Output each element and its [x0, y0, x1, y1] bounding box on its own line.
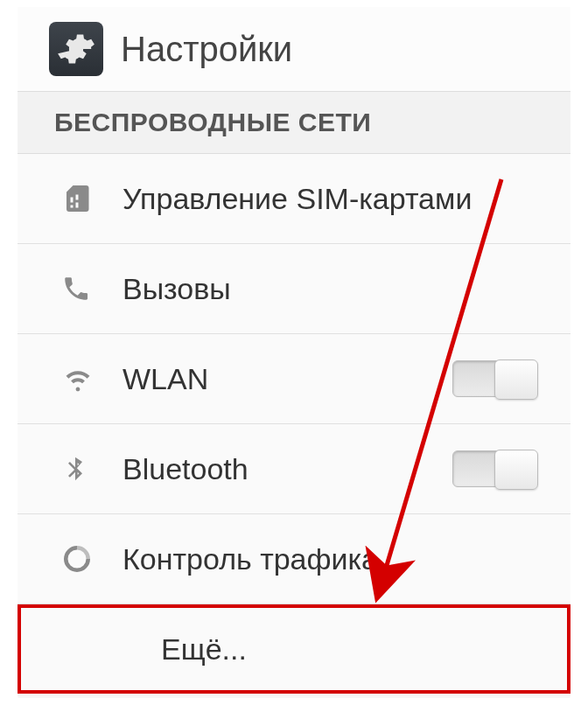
wifi-icon	[61, 362, 122, 395]
row-label: WLAN	[122, 362, 452, 396]
data-usage-icon	[61, 543, 122, 575]
row-calls[interactable]: Вызовы	[18, 244, 570, 334]
bluetooth-icon	[61, 455, 122, 483]
row-traffic-control[interactable]: Контроль трафика	[18, 514, 570, 604]
row-label: Ещё...	[65, 632, 534, 667]
phone-icon	[61, 274, 122, 304]
row-wlan[interactable]: WLAN	[18, 334, 570, 424]
row-label: Контроль трафика	[122, 542, 537, 576]
bluetooth-toggle[interactable]	[452, 450, 537, 487]
row-more[interactable]: Ещё...	[18, 604, 570, 694]
page-title: Настройки	[121, 30, 292, 69]
wlan-toggle[interactable]	[452, 360, 537, 397]
settings-header: Настройки	[18, 7, 570, 91]
row-label: Вызовы	[122, 272, 537, 306]
row-sim-management[interactable]: Управление SIM-картами	[18, 154, 570, 244]
sim-icon	[61, 183, 122, 214]
row-label: Bluetooth	[122, 452, 452, 486]
row-label: Управление SIM-картами	[122, 182, 537, 216]
settings-screen: Настройки БЕСПРОВОДНЫЕ СЕТИ Управление S…	[18, 7, 570, 698]
gear-icon	[49, 22, 103, 76]
section-wireless-networks: БЕСПРОВОДНЫЕ СЕТИ	[18, 91, 570, 154]
row-bluetooth[interactable]: Bluetooth	[18, 424, 570, 514]
